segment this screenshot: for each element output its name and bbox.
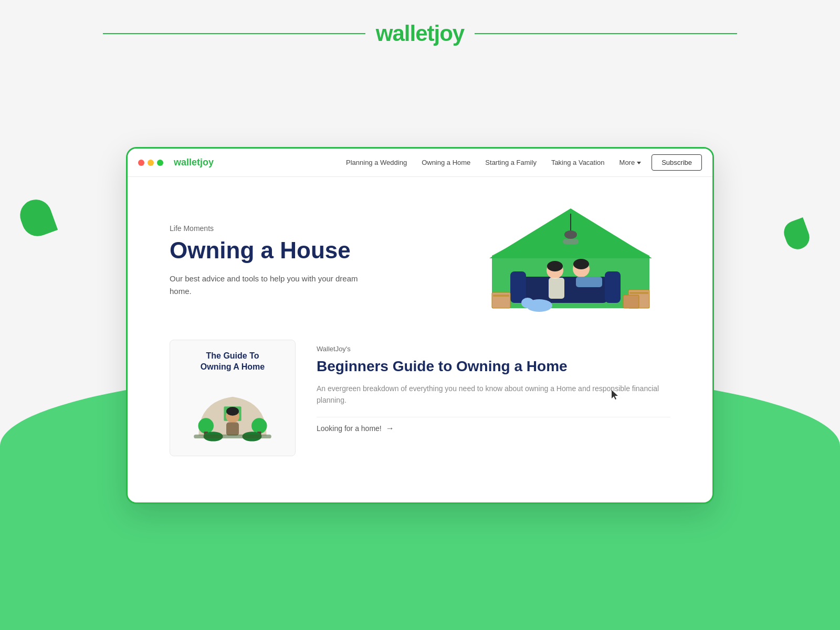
article-cta[interactable]: Looking for a home! → — [317, 417, 670, 433]
browser-dot-green — [157, 160, 163, 166]
header-line-left — [103, 33, 365, 34]
svg-point-13 — [573, 259, 589, 269]
svg-rect-24 — [226, 423, 239, 436]
browser-window: walletjoy Planning a Wedding Owning a Ho… — [126, 147, 714, 504]
cta-label: Looking for a home! — [317, 424, 382, 433]
page-logo: walletjoy — [376, 21, 464, 46]
svg-rect-20 — [623, 295, 639, 308]
arrow-icon: → — [386, 424, 394, 433]
mouse-cursor — [612, 390, 618, 400]
hero-description: Our best advice and tools to help you wi… — [170, 272, 359, 298]
nav-planning-wedding[interactable]: Planning a Wedding — [346, 159, 407, 166]
walletjoys-label: WalletJoy's — [317, 345, 670, 353]
hero-text: Life Moments Owning a House Our best adv… — [170, 224, 359, 298]
nav-starting-family[interactable]: Starting a Family — [485, 159, 537, 166]
hero-section: Life Moments Owning a House Our best adv… — [128, 177, 712, 340]
svg-rect-31 — [194, 435, 271, 438]
nav-taking-vacation[interactable]: Taking a Vacation — [551, 159, 605, 166]
svg-rect-12 — [576, 277, 602, 287]
article-title: Beginners Guide to Owning a Home — [317, 357, 670, 375]
svg-point-25 — [198, 418, 214, 434]
browser-dot-red — [138, 160, 144, 166]
hero-title: Owning a House — [170, 238, 359, 263]
browser-dots — [138, 160, 163, 166]
subscribe-button[interactable]: Subscribe — [652, 154, 702, 171]
book-title: The Guide To Owning A Home — [201, 351, 265, 373]
book-card: The Guide To Owning A Home — [170, 340, 296, 456]
more-label: More — [620, 159, 635, 166]
hero-illustration — [471, 203, 670, 319]
svg-rect-7 — [605, 271, 621, 303]
main-nav: Planning a Wedding Owning a Home Startin… — [346, 159, 641, 166]
svg-point-15 — [521, 298, 534, 308]
browser-navbar: walletjoy Planning a Wedding Owning a Ho… — [128, 149, 712, 177]
svg-point-10 — [547, 261, 563, 271]
nav-owning-home[interactable]: Owning a Home — [422, 159, 470, 166]
content-section: The Guide To Owning A Home — [128, 340, 712, 456]
more-dropdown[interactable]: More — [620, 159, 642, 166]
svg-rect-19 — [629, 292, 648, 294]
svg-rect-6 — [510, 271, 526, 303]
site-logo: walletjoy — [174, 157, 214, 168]
svg-rect-9 — [549, 278, 564, 299]
header-line-right — [475, 33, 737, 34]
svg-rect-4 — [563, 239, 579, 244]
article-info: WalletJoy's Beginners Guide to Owning a … — [317, 340, 670, 433]
svg-point-23 — [226, 407, 239, 416]
svg-point-27 — [251, 418, 267, 434]
chevron-down-icon — [637, 162, 641, 164]
page-header: walletjoy — [0, 21, 840, 46]
category-label: Life Moments — [170, 224, 359, 233]
svg-rect-17 — [493, 295, 509, 297]
browser-dot-yellow — [148, 160, 154, 166]
svg-point-3 — [564, 230, 577, 239]
